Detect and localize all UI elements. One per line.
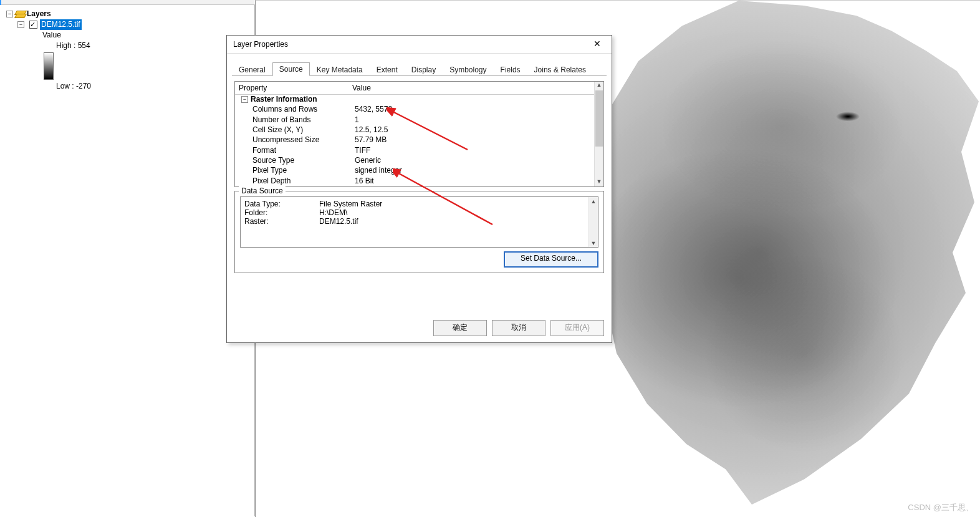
cancel-button[interactable]: 取消 (492, 320, 545, 336)
header-property: Property (235, 84, 352, 92)
close-button[interactable]: ✕ (584, 37, 610, 52)
tab-fields[interactable]: Fields (494, 63, 527, 76)
layers-icon (16, 11, 24, 18)
ds-key: Folder: (244, 208, 319, 217)
scroll-down-icon[interactable]: ▼ (595, 178, 603, 186)
data-source-row: Raster:DEM12.5.tif (244, 217, 594, 226)
dialog-button-row: 确定 取消 应用(A) (433, 320, 604, 336)
property-value: 57.79 MB (355, 135, 595, 144)
ds-value: H:\DEM\ (319, 208, 594, 217)
property-name: Uncompressed Size (235, 135, 355, 144)
property-row[interactable]: FormatTIFF (235, 145, 595, 155)
property-group-name: Raster Information (251, 95, 317, 104)
tab-source[interactable]: Source (272, 62, 310, 76)
tab-joins-relates[interactable]: Joins & Relates (527, 63, 593, 76)
data-source-row: Folder:H:\DEM\ (244, 208, 594, 217)
property-row[interactable]: Pixel Depth16 Bit (235, 175, 595, 185)
property-name: Source Type (235, 156, 355, 165)
collapse-icon[interactable]: − (6, 11, 13, 17)
low-value-label: Low : -270 (56, 81, 91, 92)
property-name: Format (235, 146, 355, 155)
scroll-up-icon[interactable]: ▲ (589, 197, 598, 205)
top-toolbar-fragment (0, 0, 255, 5)
property-row[interactable]: Source TypeGeneric (235, 155, 595, 165)
tab-extent[interactable]: Extent (370, 63, 405, 76)
property-grid-header: Property Value (235, 82, 603, 95)
property-row[interactable]: Cell Size (X, Y)12.5, 12.5 (235, 125, 595, 135)
dialog-titlebar[interactable]: Layer Properties ✕ (227, 36, 612, 54)
property-value: 12.5, 12.5 (355, 125, 595, 134)
property-name: Number of Bands (235, 115, 355, 124)
property-name: Cell Size (X, Y) (235, 125, 355, 134)
property-row[interactable]: Columns and Rows5432, 5578 (235, 104, 595, 114)
data-source-legend: Data Source (239, 186, 286, 195)
property-name: Columns and Rows (235, 105, 355, 114)
tab-key-metadata[interactable]: Key Metadata (310, 63, 370, 76)
layers-root-label[interactable]: Layers (27, 9, 51, 19)
tab-symbology[interactable]: Symbology (443, 63, 493, 76)
property-value: 5432, 5578 (355, 105, 595, 114)
tab-display[interactable]: Display (405, 63, 443, 76)
property-row[interactable]: Pixel Typesigned integer (235, 165, 595, 175)
dialog-title: Layer Properties (233, 40, 288, 49)
color-ramp-icon (44, 52, 54, 80)
property-name: Pixel Type (235, 166, 355, 175)
ds-value: File System Raster (319, 200, 594, 208)
collapse-icon[interactable]: − (17, 21, 24, 28)
layer-properties-dialog: Layer Properties ✕ GeneralSourceKey Meta… (226, 35, 612, 343)
data-source-group: Data Source Data Type:File System Raster… (234, 191, 604, 273)
ds-key: Raster: (244, 217, 319, 226)
scroll-thumb[interactable] (595, 90, 603, 147)
property-value: TIFF (355, 146, 595, 155)
scroll-down-icon[interactable]: ▼ (589, 239, 598, 247)
property-row[interactable]: Uncompressed Size57.79 MB (235, 135, 595, 145)
apply-button: 应用(A) (550, 320, 604, 336)
data-source-row: Data Type:File System Raster (244, 200, 594, 208)
scroll-up-icon[interactable]: ▲ (595, 82, 603, 90)
header-value: Value (352, 84, 603, 92)
property-name: Pixel Depth (235, 176, 355, 185)
vertical-scrollbar[interactable]: ▲ ▼ (588, 197, 598, 247)
ok-button[interactable]: 确定 (433, 320, 487, 336)
property-value: 16 Bit (355, 176, 595, 185)
table-of-contents-panel: − Layers − DEM12.5.tif Value High : 554 … (0, 5, 255, 516)
ds-value: DEM12.5.tif (319, 217, 594, 226)
property-value: signed integer (355, 166, 595, 175)
tab-strip: GeneralSourceKey MetadataExtentDisplaySy… (232, 61, 607, 76)
ds-key: Data Type: (244, 200, 319, 208)
selected-layer-name[interactable]: DEM12.5.tif (40, 19, 82, 30)
property-value: 1 (355, 115, 595, 124)
layer-visibility-checkbox[interactable] (29, 21, 37, 29)
high-value-label: High : 554 (56, 41, 90, 51)
property-grid[interactable]: Property Value −Raster InformationColumn… (234, 81, 604, 187)
set-data-source-button[interactable]: Set Data Source... (504, 251, 598, 268)
watermark: CSDN @三千思、 (908, 502, 974, 513)
property-value: Generic (355, 156, 595, 165)
property-row[interactable]: Number of Bands1 (235, 115, 595, 125)
vertical-scrollbar[interactable]: ▲ ▼ (594, 82, 603, 186)
collapse-icon[interactable]: − (241, 96, 248, 103)
value-label: Value (42, 30, 61, 41)
data-source-text[interactable]: Data Type:File System RasterFolder:H:\DE… (240, 196, 598, 248)
tab-general[interactable]: General (232, 63, 272, 76)
